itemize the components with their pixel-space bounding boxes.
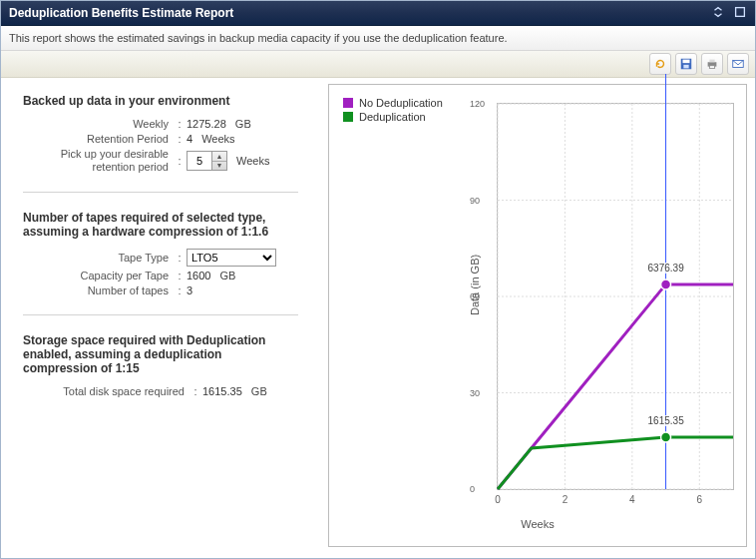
pick-label: Pick up your desirable retention period (17, 148, 173, 174)
capacity-row: Capacity per Tape : 1600 GB (17, 270, 304, 281)
tape-type-row: Tape Type : LTO5 (17, 249, 304, 267)
titlebar-controls (711, 5, 747, 21)
legend-label-dedup: Deduplication (359, 111, 426, 123)
printer-icon (705, 57, 719, 71)
legend-swatch-icon (343, 98, 353, 108)
plot-area: 024603060901206376.391615.35 (497, 103, 734, 490)
svg-rect-0 (736, 8, 745, 17)
svg-point-18 (661, 280, 671, 289)
pick-unit: Weeks (236, 155, 269, 167)
tape-type-select[interactable]: LTO5 (187, 249, 276, 267)
svg-rect-3 (683, 65, 688, 69)
svg-point-19 (661, 432, 671, 442)
legend-swatch-icon (343, 112, 353, 122)
section-tapes-title: Number of tapes required of selected typ… (23, 211, 292, 239)
data-point-label: 6376.39 (646, 263, 686, 274)
weekly-unit: GB (235, 118, 251, 130)
parameters-panel: Backed up data in your environment Weekl… (1, 78, 320, 553)
x-tick: 0 (495, 494, 501, 505)
capacity-unit: GB (220, 270, 236, 281)
envelope-icon (731, 57, 745, 71)
y-tick: 30 (470, 388, 480, 398)
data-point-label: 1615.35 (646, 415, 686, 426)
titlebar: Deduplication Benefits Estimate Report (1, 1, 755, 26)
retention-spinner-input[interactable] (188, 154, 211, 168)
svg-rect-5 (709, 60, 714, 63)
y-tick: 90 (470, 196, 480, 206)
chart-svg (498, 104, 733, 489)
total-disk-row: Total disk space required : 1615.35 GB (17, 385, 304, 397)
chart-legend: No Deduplication Deduplication (337, 91, 449, 129)
legend-label-nodedup: No Deduplication (359, 97, 443, 109)
retention-row: Retention Period : 4 Weeks (17, 133, 304, 145)
divider (23, 192, 298, 193)
floppy-disk-icon (679, 57, 693, 71)
x-axis-label: Weeks (521, 518, 554, 530)
total-disk-unit: GB (251, 385, 267, 397)
svg-rect-6 (709, 66, 714, 69)
spinner-up-icon[interactable]: ▲ (212, 152, 226, 162)
print-button[interactable] (701, 53, 723, 75)
retention-label: Retention Period (17, 133, 173, 145)
legend-item-nodedup[interactable]: No Deduplication (343, 97, 443, 109)
retention-spinner[interactable]: ▲ ▼ (187, 151, 227, 171)
weekly-value: 1275.28 (187, 118, 226, 130)
content-layout: Backed up data in your environment Weekl… (1, 78, 755, 553)
retention-unit: Weeks (201, 133, 234, 145)
report-window: Deduplication Benefits Estimate Report T… (0, 0, 756, 559)
report-description: This report shows the estimated savings … (1, 26, 755, 51)
refresh-icon (653, 57, 667, 71)
num-tapes-value: 3 (187, 284, 192, 296)
y-tick: 120 (470, 99, 485, 109)
chart-box: No Deduplication Deduplication Data (in … (328, 84, 747, 547)
capacity-value: 1600 (187, 270, 210, 281)
section-backup-title: Backed up data in your environment (23, 94, 304, 108)
refresh-button[interactable] (649, 53, 671, 75)
num-tapes-row: Number of tapes : 3 (17, 284, 304, 296)
retention-value: 4 (187, 133, 192, 145)
x-tick: 6 (697, 494, 703, 505)
save-button[interactable] (675, 53, 697, 75)
maximize-icon[interactable] (733, 5, 747, 21)
weekly-label: Weekly (17, 118, 173, 130)
weekly-row: Weekly : 1275.28 GB (17, 118, 304, 130)
total-disk-label: Total disk space required (17, 385, 189, 397)
num-tapes-label: Number of tapes (17, 284, 173, 296)
y-tick: 60 (470, 291, 480, 301)
pick-row: Pick up your desirable retention period … (17, 148, 304, 174)
y-axis-label: Data (in GB) (469, 255, 481, 315)
y-tick: 0 (470, 484, 475, 494)
divider (23, 314, 298, 315)
chart-panel: No Deduplication Deduplication Data (in … (320, 78, 755, 553)
window-title: Deduplication Benefits Estimate Report (9, 1, 233, 25)
capacity-label: Capacity per Tape (17, 270, 173, 281)
collapse-icon[interactable] (711, 5, 725, 21)
spinner-down-icon[interactable]: ▼ (212, 162, 226, 171)
tape-type-label: Tape Type (17, 252, 173, 264)
svg-rect-2 (683, 60, 690, 64)
total-disk-value: 1615.35 (202, 385, 242, 397)
email-button[interactable] (727, 53, 749, 75)
legend-item-dedup[interactable]: Deduplication (343, 111, 443, 123)
x-tick: 4 (629, 494, 635, 505)
section-dedup-title: Storage space required with Deduplicatio… (23, 333, 292, 375)
x-tick: 2 (563, 494, 568, 505)
toolbar (1, 51, 755, 78)
